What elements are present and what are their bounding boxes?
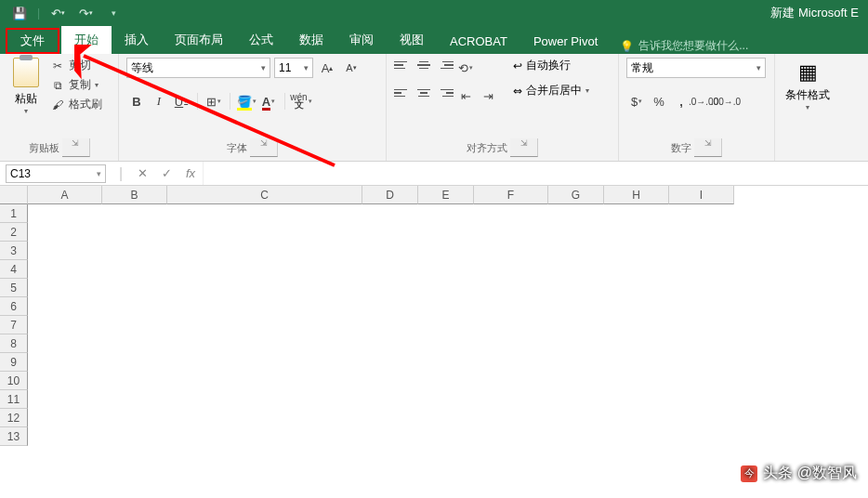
underline-button[interactable]: U▾: [171, 91, 191, 111]
accept-formula-button[interactable]: ✓: [154, 166, 178, 180]
formula-bar: C13▾ | ✕ ✓ fx: [0, 162, 868, 186]
row-header-7[interactable]: 7: [0, 316, 28, 334]
col-header-B[interactable]: B: [102, 186, 167, 204]
row-header-4[interactable]: 4: [0, 260, 28, 279]
tell-me[interactable]: 💡 告诉我您想要做什么...: [620, 38, 748, 54]
col-header-G[interactable]: G: [548, 186, 604, 204]
row-header-13[interactable]: 13: [0, 427, 28, 446]
worksheet[interactable]: ABCDEFGHI 12345678910111213: [0, 186, 868, 483]
row-header-11[interactable]: 11: [0, 390, 28, 409]
wrap-text-button[interactable]: ↩自动换行: [513, 58, 589, 73]
tab-home[interactable]: 开始: [61, 26, 112, 54]
align-middle-button[interactable]: [414, 58, 433, 72]
align-group-label: 对齐方式: [467, 141, 507, 155]
group-clipboard: 粘贴 ▾ ✂剪切 ⧉复制▾ 🖌格式刷 剪贴板⇲: [0, 54, 119, 161]
watermark: 今 头条 @数智风: [741, 464, 857, 483]
row-header-2[interactable]: 2: [0, 223, 28, 242]
group-number: 常规▾ $▾ % , .0→.00 .00→.0 数字⇲: [619, 54, 775, 161]
merge-center-button[interactable]: ⇔合并后居中▾: [513, 83, 589, 98]
lightbulb-icon: 💡: [620, 40, 634, 53]
watermark-logo-icon: 今: [741, 465, 757, 482]
row-header-5[interactable]: 5: [0, 279, 28, 297]
copy-label: 复制: [69, 77, 91, 93]
select-all-corner[interactable]: [0, 186, 28, 204]
formula-input[interactable]: [203, 162, 868, 185]
col-header-E[interactable]: E: [418, 186, 474, 204]
cut-label: 剪切: [69, 58, 91, 73]
align-center-button[interactable]: [414, 85, 433, 100]
paste-label: 粘贴: [15, 91, 37, 107]
accounting-button[interactable]: $▾: [626, 91, 647, 111]
title-bar: 💾 | ↶▾ ↷▾ ▾ 新建 Microsoft E: [0, 0, 868, 26]
name-box[interactable]: C13▾: [6, 164, 106, 183]
clipboard-launcher-icon[interactable]: ⇲: [62, 138, 90, 157]
tab-data[interactable]: 数据: [286, 26, 336, 54]
number-launcher-icon[interactable]: ⇲: [694, 138, 722, 157]
tab-layout[interactable]: 页面布局: [162, 26, 236, 54]
ribbon-tabs: 文件 开始 插入 页面布局 公式 数据 审阅 视图 ACROBAT Power …: [0, 26, 868, 54]
number-format-combo[interactable]: 常规▾: [626, 58, 766, 78]
italic-button[interactable]: I: [149, 91, 169, 111]
align-top-button[interactable]: [394, 58, 413, 72]
tab-formulas[interactable]: 公式: [236, 26, 286, 54]
bold-button[interactable]: B: [126, 91, 147, 111]
row-header-1[interactable]: 1: [0, 204, 28, 223]
ribbon: 粘贴 ▾ ✂剪切 ⧉复制▾ 🖌格式刷 剪贴板⇲ 等线▾ 11▾ A▴ A▾ B …: [0, 54, 868, 162]
watermark-text: 头条 @数智风: [763, 464, 857, 483]
indent-decrease-button[interactable]: ⇤: [455, 85, 476, 106]
fill-color-button[interactable]: 🪣▾: [236, 91, 256, 111]
row-header-8[interactable]: 8: [0, 334, 28, 353]
border-button[interactable]: ⊞▾: [204, 91, 224, 111]
name-box-value: C13: [10, 167, 31, 180]
col-header-I[interactable]: I: [669, 186, 734, 204]
cancel-formula-button[interactable]: ✕: [130, 166, 154, 180]
col-header-F[interactable]: F: [474, 186, 548, 204]
align-bottom-button[interactable]: [435, 58, 454, 72]
col-header-H[interactable]: H: [604, 186, 669, 204]
column-headers[interactable]: ABCDEFGHI: [28, 186, 734, 204]
orientation-button[interactable]: ⟲▾: [455, 58, 476, 78]
row-header-3[interactable]: 3: [0, 242, 28, 260]
row-header-10[interactable]: 10: [0, 372, 28, 390]
percent-button[interactable]: %: [649, 91, 669, 111]
indent-increase-button[interactable]: ⇥: [478, 85, 498, 106]
wrap-label: 自动换行: [526, 58, 571, 73]
align-left-button[interactable]: [394, 85, 413, 100]
tab-acrobat[interactable]: ACROBAT: [437, 29, 520, 54]
conditional-format-button[interactable]: ▦ 条件格式 ▾: [784, 58, 831, 111]
tab-powerpivot[interactable]: Power Pivot: [520, 29, 611, 54]
cut-button[interactable]: ✂剪切: [50, 58, 102, 73]
phonetic-button[interactable]: wén文▾: [291, 91, 311, 111]
merge-label: 合并后居中: [526, 83, 582, 98]
tab-file[interactable]: 文件: [6, 28, 59, 54]
decrease-font-button[interactable]: A▾: [341, 58, 362, 78]
row-headers[interactable]: 12345678910111213: [0, 204, 28, 446]
painter-button[interactable]: 🖌格式刷: [50, 97, 102, 112]
row-header-6[interactable]: 6: [0, 297, 28, 316]
chevron-down-icon: ▾: [261, 63, 266, 72]
row-header-12[interactable]: 12: [0, 409, 28, 427]
col-header-C[interactable]: C: [167, 186, 362, 204]
tab-insert[interactable]: 插入: [112, 26, 162, 54]
col-header-A[interactable]: A: [28, 186, 102, 204]
fx-button[interactable]: fx: [178, 166, 203, 180]
group-alignment: ⟲▾ ⇤ ⇥ ↩自动换行 ⇔合并后居中▾ 对齐方式⇲: [387, 54, 619, 161]
font-name-combo[interactable]: 等线▾: [126, 58, 270, 78]
row-header-9[interactable]: 9: [0, 353, 28, 372]
increase-font-button[interactable]: A▴: [317, 58, 337, 78]
wrap-icon: ↩: [513, 59, 522, 72]
font-color-button[interactable]: A▾: [258, 91, 279, 111]
align-right-button[interactable]: [435, 85, 454, 100]
bucket-icon: 🪣: [237, 95, 252, 109]
tab-review[interactable]: 审阅: [336, 26, 387, 54]
align-launcher-icon[interactable]: ⇲: [510, 138, 538, 157]
font-launcher-icon[interactable]: ⇲: [250, 138, 278, 157]
paste-button[interactable]: 粘贴 ▾: [7, 58, 45, 115]
tab-view[interactable]: 视图: [387, 26, 437, 54]
decrease-decimal-button[interactable]: .00→.0: [716, 91, 736, 111]
copy-button[interactable]: ⧉复制▾: [50, 77, 102, 93]
col-header-D[interactable]: D: [362, 186, 418, 204]
conditional-format-icon: ▦: [793, 58, 822, 87]
phonetic-icon: wén文: [290, 94, 307, 109]
font-size-combo[interactable]: 11▾: [274, 58, 313, 78]
